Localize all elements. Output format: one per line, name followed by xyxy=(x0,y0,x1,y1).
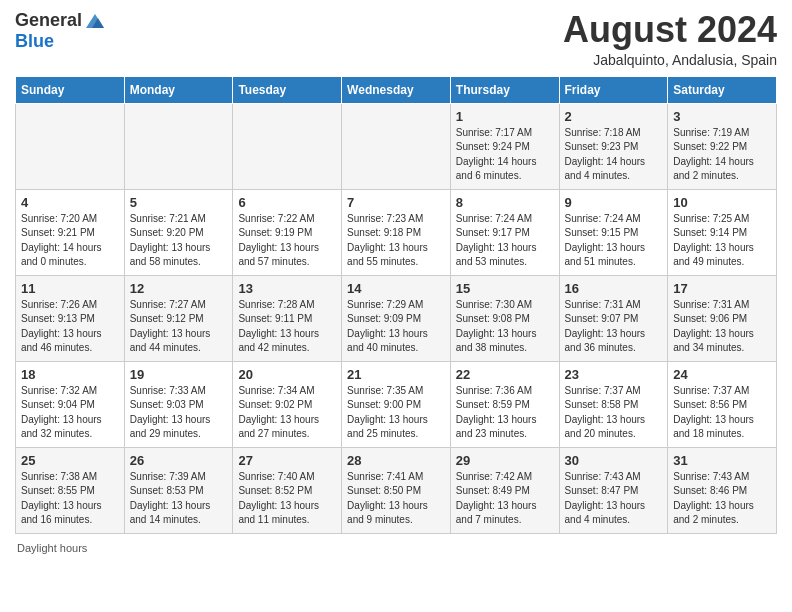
calendar-cell: 27Sunrise: 7:40 AM Sunset: 8:52 PM Dayli… xyxy=(233,447,342,533)
calendar-cell: 16Sunrise: 7:31 AM Sunset: 9:07 PM Dayli… xyxy=(559,275,668,361)
calendar-cell: 17Sunrise: 7:31 AM Sunset: 9:06 PM Dayli… xyxy=(668,275,777,361)
calendar-cell: 23Sunrise: 7:37 AM Sunset: 8:58 PM Dayli… xyxy=(559,361,668,447)
header-wednesday: Wednesday xyxy=(342,76,451,103)
day-number: 31 xyxy=(673,453,771,468)
page-header: General Blue August 2024 Jabalquinto, An… xyxy=(15,10,777,68)
title-block: August 2024 Jabalquinto, Andalusia, Spai… xyxy=(563,10,777,68)
calendar-cell: 4Sunrise: 7:20 AM Sunset: 9:21 PM Daylig… xyxy=(16,189,125,275)
calendar-cell: 26Sunrise: 7:39 AM Sunset: 8:53 PM Dayli… xyxy=(124,447,233,533)
day-number: 4 xyxy=(21,195,119,210)
header-monday: Monday xyxy=(124,76,233,103)
day-content: Sunrise: 7:35 AM Sunset: 9:00 PM Dayligh… xyxy=(347,384,445,442)
day-number: 25 xyxy=(21,453,119,468)
calendar-cell: 8Sunrise: 7:24 AM Sunset: 9:17 PM Daylig… xyxy=(450,189,559,275)
calendar-cell: 9Sunrise: 7:24 AM Sunset: 9:15 PM Daylig… xyxy=(559,189,668,275)
day-content: Sunrise: 7:23 AM Sunset: 9:18 PM Dayligh… xyxy=(347,212,445,270)
location-text: Jabalquinto, Andalusia, Spain xyxy=(563,52,777,68)
calendar-cell: 3Sunrise: 7:19 AM Sunset: 9:22 PM Daylig… xyxy=(668,103,777,189)
day-content: Sunrise: 7:31 AM Sunset: 9:06 PM Dayligh… xyxy=(673,298,771,356)
day-content: Sunrise: 7:17 AM Sunset: 9:24 PM Dayligh… xyxy=(456,126,554,184)
day-content: Sunrise: 7:26 AM Sunset: 9:13 PM Dayligh… xyxy=(21,298,119,356)
calendar-week-row: 4Sunrise: 7:20 AM Sunset: 9:21 PM Daylig… xyxy=(16,189,777,275)
calendar-cell: 6Sunrise: 7:22 AM Sunset: 9:19 PM Daylig… xyxy=(233,189,342,275)
month-title: August 2024 xyxy=(563,10,777,50)
calendar-cell: 18Sunrise: 7:32 AM Sunset: 9:04 PM Dayli… xyxy=(16,361,125,447)
header-saturday: Saturday xyxy=(668,76,777,103)
day-number: 3 xyxy=(673,109,771,124)
day-number: 30 xyxy=(565,453,663,468)
day-number: 17 xyxy=(673,281,771,296)
day-number: 14 xyxy=(347,281,445,296)
calendar-cell xyxy=(16,103,125,189)
calendar-cell: 28Sunrise: 7:41 AM Sunset: 8:50 PM Dayli… xyxy=(342,447,451,533)
calendar-week-row: 11Sunrise: 7:26 AM Sunset: 9:13 PM Dayli… xyxy=(16,275,777,361)
header-thursday: Thursday xyxy=(450,76,559,103)
day-content: Sunrise: 7:20 AM Sunset: 9:21 PM Dayligh… xyxy=(21,212,119,270)
calendar-cell: 5Sunrise: 7:21 AM Sunset: 9:20 PM Daylig… xyxy=(124,189,233,275)
day-number: 11 xyxy=(21,281,119,296)
day-number: 28 xyxy=(347,453,445,468)
day-content: Sunrise: 7:37 AM Sunset: 8:58 PM Dayligh… xyxy=(565,384,663,442)
day-content: Sunrise: 7:38 AM Sunset: 8:55 PM Dayligh… xyxy=(21,470,119,528)
calendar-cell: 29Sunrise: 7:42 AM Sunset: 8:49 PM Dayli… xyxy=(450,447,559,533)
calendar-cell: 13Sunrise: 7:28 AM Sunset: 9:11 PM Dayli… xyxy=(233,275,342,361)
day-content: Sunrise: 7:18 AM Sunset: 9:23 PM Dayligh… xyxy=(565,126,663,184)
day-number: 26 xyxy=(130,453,228,468)
day-content: Sunrise: 7:39 AM Sunset: 8:53 PM Dayligh… xyxy=(130,470,228,528)
day-content: Sunrise: 7:24 AM Sunset: 9:15 PM Dayligh… xyxy=(565,212,663,270)
calendar-header-row: SundayMondayTuesdayWednesdayThursdayFrid… xyxy=(16,76,777,103)
day-number: 1 xyxy=(456,109,554,124)
header-friday: Friday xyxy=(559,76,668,103)
calendar-cell: 19Sunrise: 7:33 AM Sunset: 9:03 PM Dayli… xyxy=(124,361,233,447)
day-content: Sunrise: 7:40 AM Sunset: 8:52 PM Dayligh… xyxy=(238,470,336,528)
day-number: 21 xyxy=(347,367,445,382)
day-number: 15 xyxy=(456,281,554,296)
day-content: Sunrise: 7:19 AM Sunset: 9:22 PM Dayligh… xyxy=(673,126,771,184)
day-number: 10 xyxy=(673,195,771,210)
footer-note: Daylight hours xyxy=(15,542,777,554)
day-content: Sunrise: 7:34 AM Sunset: 9:02 PM Dayligh… xyxy=(238,384,336,442)
day-content: Sunrise: 7:43 AM Sunset: 8:47 PM Dayligh… xyxy=(565,470,663,528)
calendar-cell: 2Sunrise: 7:18 AM Sunset: 9:23 PM Daylig… xyxy=(559,103,668,189)
day-content: Sunrise: 7:33 AM Sunset: 9:03 PM Dayligh… xyxy=(130,384,228,442)
calendar-table: SundayMondayTuesdayWednesdayThursdayFrid… xyxy=(15,76,777,534)
calendar-cell: 14Sunrise: 7:29 AM Sunset: 9:09 PM Dayli… xyxy=(342,275,451,361)
calendar-cell: 30Sunrise: 7:43 AM Sunset: 8:47 PM Dayli… xyxy=(559,447,668,533)
calendar-cell: 12Sunrise: 7:27 AM Sunset: 9:12 PM Dayli… xyxy=(124,275,233,361)
logo: General Blue xyxy=(15,10,106,52)
day-content: Sunrise: 7:37 AM Sunset: 8:56 PM Dayligh… xyxy=(673,384,771,442)
day-number: 12 xyxy=(130,281,228,296)
calendar-cell: 20Sunrise: 7:34 AM Sunset: 9:02 PM Dayli… xyxy=(233,361,342,447)
day-content: Sunrise: 7:32 AM Sunset: 9:04 PM Dayligh… xyxy=(21,384,119,442)
calendar-cell: 7Sunrise: 7:23 AM Sunset: 9:18 PM Daylig… xyxy=(342,189,451,275)
header-tuesday: Tuesday xyxy=(233,76,342,103)
day-number: 18 xyxy=(21,367,119,382)
calendar-cell: 15Sunrise: 7:30 AM Sunset: 9:08 PM Dayli… xyxy=(450,275,559,361)
calendar-cell xyxy=(124,103,233,189)
day-content: Sunrise: 7:25 AM Sunset: 9:14 PM Dayligh… xyxy=(673,212,771,270)
header-sunday: Sunday xyxy=(16,76,125,103)
calendar-week-row: 1Sunrise: 7:17 AM Sunset: 9:24 PM Daylig… xyxy=(16,103,777,189)
day-content: Sunrise: 7:30 AM Sunset: 9:08 PM Dayligh… xyxy=(456,298,554,356)
day-content: Sunrise: 7:24 AM Sunset: 9:17 PM Dayligh… xyxy=(456,212,554,270)
day-content: Sunrise: 7:27 AM Sunset: 9:12 PM Dayligh… xyxy=(130,298,228,356)
calendar-cell: 31Sunrise: 7:43 AM Sunset: 8:46 PM Dayli… xyxy=(668,447,777,533)
day-number: 16 xyxy=(565,281,663,296)
calendar-cell xyxy=(233,103,342,189)
day-content: Sunrise: 7:28 AM Sunset: 9:11 PM Dayligh… xyxy=(238,298,336,356)
calendar-cell: 1Sunrise: 7:17 AM Sunset: 9:24 PM Daylig… xyxy=(450,103,559,189)
day-content: Sunrise: 7:31 AM Sunset: 9:07 PM Dayligh… xyxy=(565,298,663,356)
calendar-cell: 24Sunrise: 7:37 AM Sunset: 8:56 PM Dayli… xyxy=(668,361,777,447)
day-number: 27 xyxy=(238,453,336,468)
calendar-week-row: 25Sunrise: 7:38 AM Sunset: 8:55 PM Dayli… xyxy=(16,447,777,533)
day-number: 5 xyxy=(130,195,228,210)
day-number: 19 xyxy=(130,367,228,382)
day-number: 29 xyxy=(456,453,554,468)
day-content: Sunrise: 7:21 AM Sunset: 9:20 PM Dayligh… xyxy=(130,212,228,270)
day-content: Sunrise: 7:42 AM Sunset: 8:49 PM Dayligh… xyxy=(456,470,554,528)
day-number: 24 xyxy=(673,367,771,382)
day-content: Sunrise: 7:36 AM Sunset: 8:59 PM Dayligh… xyxy=(456,384,554,442)
calendar-cell: 22Sunrise: 7:36 AM Sunset: 8:59 PM Dayli… xyxy=(450,361,559,447)
day-content: Sunrise: 7:43 AM Sunset: 8:46 PM Dayligh… xyxy=(673,470,771,528)
calendar-cell: 11Sunrise: 7:26 AM Sunset: 9:13 PM Dayli… xyxy=(16,275,125,361)
